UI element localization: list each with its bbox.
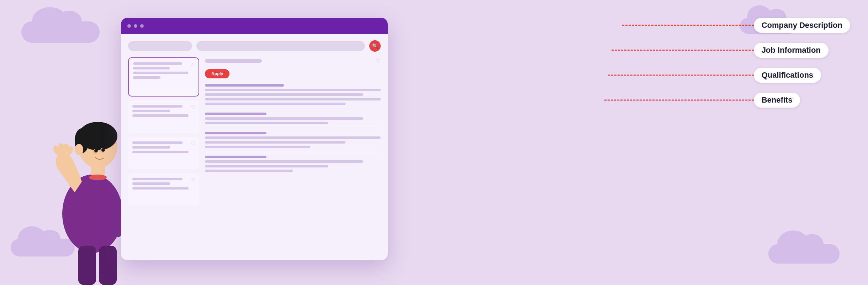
favorite-icon-detail[interactable]: ♡ <box>376 57 381 64</box>
browser-window: 🔍 ♡ ♡ <box>121 18 388 260</box>
apply-button[interactable]: Apply <box>205 69 229 78</box>
dashed-line-qualifications <box>608 75 754 76</box>
dashed-line-company <box>622 25 754 26</box>
annotation-benefits: Benefits <box>754 93 850 108</box>
search-bar-main[interactable] <box>196 41 365 51</box>
content-line <box>205 103 345 105</box>
section-header-line <box>205 84 284 87</box>
svg-rect-11 <box>78 246 96 285</box>
card-line <box>132 105 182 108</box>
browser-dot-1 <box>127 24 131 28</box>
search-icon: 🔍 <box>372 43 378 49</box>
job-detail-panel: ♡ Apply <box>205 57 381 253</box>
card-line <box>133 67 170 69</box>
section-header-line <box>205 113 266 115</box>
annotation-qualifications: Qualifications <box>754 68 850 83</box>
section-header-line <box>205 132 266 134</box>
search-row: 🔍 <box>128 40 381 52</box>
section-header-line <box>205 156 266 158</box>
content-line <box>205 89 381 91</box>
browser-content: 🔍 ♡ ♡ <box>121 34 388 260</box>
browser-dot-3 <box>140 24 144 28</box>
annotation-label-job-information: Job Information <box>754 43 829 58</box>
card-line <box>132 178 182 180</box>
annotation-group: Company Description Job Information Qual… <box>754 18 850 108</box>
content-line <box>205 136 381 139</box>
search-button[interactable]: 🔍 <box>369 40 381 52</box>
content-line <box>205 165 328 167</box>
cloud-bottom-right <box>768 244 840 264</box>
job-list-panel: ♡ ♡ ♡ <box>128 57 199 253</box>
cloud-top-left <box>21 21 100 43</box>
job-information-section <box>205 113 381 128</box>
content-line <box>205 170 293 172</box>
job-title-line <box>205 59 262 63</box>
content-line <box>205 122 328 124</box>
favorite-icon[interactable]: ♡ <box>190 62 195 67</box>
svg-point-5 <box>89 175 107 180</box>
content-line <box>205 146 310 148</box>
annotation-label-company-description: Company Description <box>754 18 850 33</box>
annotation-company-description: Company Description <box>754 18 850 33</box>
job-card-3[interactable]: ♡ <box>128 173 199 206</box>
content-line <box>205 141 345 144</box>
svg-rect-12 <box>99 246 117 285</box>
benefits-section <box>205 156 381 176</box>
svg-point-16 <box>94 149 98 152</box>
content-line <box>205 93 363 96</box>
favorite-icon[interactable]: ♡ <box>191 141 196 146</box>
card-line <box>132 151 189 153</box>
card-line <box>133 62 182 65</box>
qualifications-section <box>205 132 381 152</box>
content-line <box>205 98 381 100</box>
dashed-line-benefits <box>604 100 754 101</box>
content-line <box>205 160 363 163</box>
browser-titlebar <box>121 18 388 34</box>
job-card-2[interactable]: ♡ <box>128 137 199 169</box>
main-layout: ♡ ♡ ♡ <box>128 57 381 253</box>
card-line <box>132 146 170 149</box>
detail-header: ♡ <box>205 57 381 64</box>
job-card-featured[interactable]: ♡ <box>128 57 199 97</box>
card-line <box>132 141 182 144</box>
svg-rect-4 <box>91 164 105 176</box>
card-line <box>132 182 170 185</box>
annotation-label-benefits: Benefits <box>754 93 800 108</box>
card-line <box>133 72 188 74</box>
browser-dot-2 <box>134 24 137 28</box>
card-line <box>132 110 170 112</box>
favorite-icon[interactable]: ♡ <box>191 177 196 183</box>
content-line <box>205 117 363 120</box>
card-line <box>133 76 160 79</box>
svg-point-17 <box>101 148 105 152</box>
search-bar-left[interactable] <box>128 41 192 51</box>
annotation-job-information: Job Information <box>754 43 850 58</box>
dashed-line-job <box>612 50 754 51</box>
company-description-section <box>205 84 381 109</box>
favorite-icon[interactable]: ♡ <box>191 104 196 110</box>
job-card-1[interactable]: ♡ <box>128 101 199 133</box>
svg-point-13 <box>75 144 83 155</box>
card-line <box>132 114 189 117</box>
card-line <box>132 187 189 190</box>
annotation-label-qualifications: Qualifications <box>754 68 821 83</box>
